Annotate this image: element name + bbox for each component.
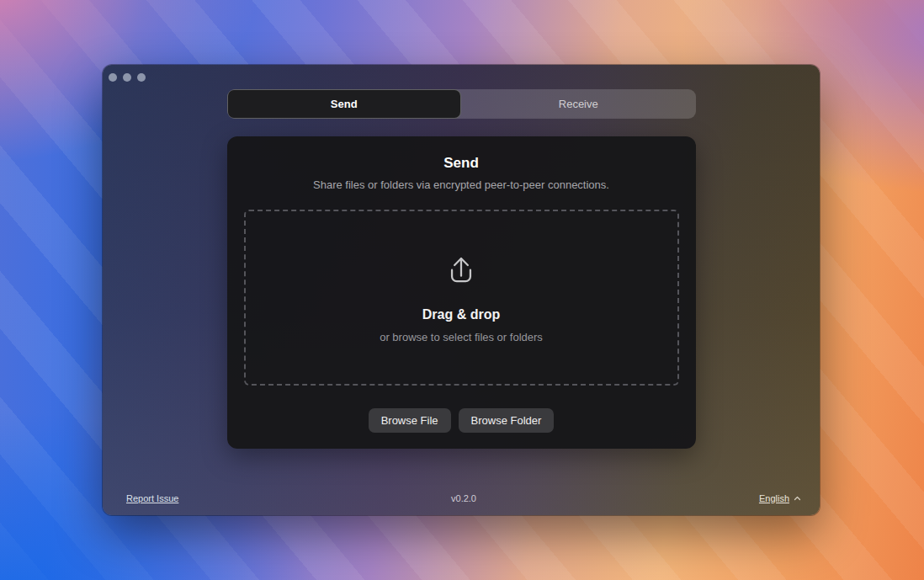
browse-file-button[interactable]: Browse File	[369, 408, 451, 433]
window-content: Send Receive Send Share files or folders…	[227, 89, 696, 449]
tab-send-label: Send	[331, 98, 358, 110]
browse-folder-button[interactable]: Browse Folder	[459, 408, 555, 433]
report-issue-link[interactable]: Report Issue	[126, 493, 178, 503]
desktop: { "tabs": [ { "label": "Send", "active":…	[0, 0, 924, 580]
panel-subtitle: Share files or folders via encrypted pee…	[244, 178, 679, 192]
window-minimize-button[interactable]	[123, 73, 131, 82]
app-version: v0.2.0	[451, 493, 476, 503]
browse-buttons-row: Browse File Browse Folder	[244, 408, 679, 433]
dropzone-hint: or browse to select files or folders	[380, 331, 543, 344]
tab-receive-label: Receive	[559, 98, 598, 110]
window-zoom-button[interactable]	[137, 73, 146, 82]
language-selector[interactable]: English	[759, 493, 801, 503]
window-controls	[109, 73, 146, 82]
drag-drop-zone[interactable]: Drag & drop or browse to select files or…	[244, 210, 679, 386]
app-window: Send Receive Send Share files or folders…	[103, 65, 820, 515]
window-close-button[interactable]	[109, 73, 117, 82]
dropzone-heading: Drag & drop	[422, 306, 500, 322]
mode-segmented-control: Send Receive	[227, 89, 696, 119]
tab-send[interactable]: Send	[227, 89, 462, 119]
upload-tray-arrow-icon	[443, 252, 479, 293]
window-footer: Report Issue v0.2.0 English	[126, 492, 801, 504]
panel-title: Send	[244, 154, 679, 173]
chevron-up-icon	[794, 496, 801, 501]
send-panel: Send Share files or folders via encrypte…	[227, 136, 696, 449]
tab-receive[interactable]: Receive	[461, 89, 696, 119]
language-label: English	[759, 493, 789, 503]
